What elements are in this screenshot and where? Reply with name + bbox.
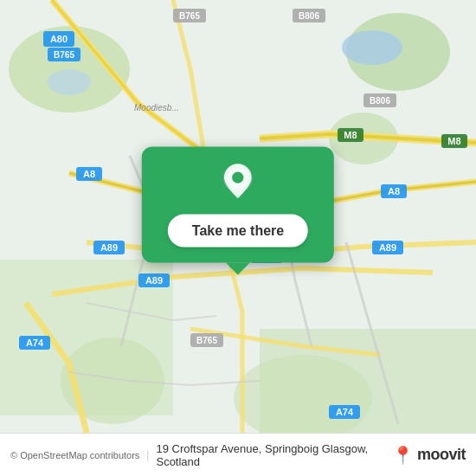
- svg-text:B765: B765: [54, 50, 74, 60]
- copyright-text: © OpenStreetMap contributors: [10, 450, 139, 460]
- svg-text:Moodiesb...: Moodiesb...: [134, 103, 179, 113]
- separator: |: [146, 449, 149, 461]
- svg-text:M8: M8: [447, 136, 460, 146]
- popup-card: Take me there: [142, 147, 334, 263]
- svg-text:A8: A8: [388, 186, 400, 196]
- moovit-text: moovit: [417, 446, 466, 464]
- address-text: 19 Croftspar Avenue, Springboig Glasgow,…: [156, 442, 385, 468]
- take-me-there-button[interactable]: Take me there: [168, 215, 308, 248]
- svg-text:A80: A80: [50, 34, 68, 44]
- svg-text:M8: M8: [344, 130, 357, 140]
- svg-text:A89: A89: [100, 242, 118, 253]
- map-container: A80 A8 A8 A89 A89 A89 A89 A74 B765 B765 …: [0, 0, 476, 433]
- moovit-logo: 📍 moovit: [392, 445, 466, 466]
- svg-text:A74: A74: [26, 338, 44, 348]
- svg-text:A74: A74: [336, 407, 354, 417]
- svg-point-8: [342, 30, 402, 65]
- svg-text:B806: B806: [370, 96, 390, 106]
- location-pin-icon: [216, 163, 260, 206]
- svg-text:B806: B806: [299, 11, 319, 21]
- svg-text:A89: A89: [145, 275, 163, 286]
- moovit-pin-icon: 📍: [392, 445, 414, 466]
- svg-text:A89: A89: [379, 242, 396, 253]
- svg-text:A8: A8: [83, 169, 95, 179]
- svg-text:B765: B765: [196, 336, 217, 345]
- bottom-bar: © OpenStreetMap contributors | 19 Crofts…: [0, 433, 476, 476]
- svg-point-47: [232, 171, 243, 183]
- svg-point-9: [48, 69, 91, 95]
- svg-text:B765: B765: [179, 11, 200, 21]
